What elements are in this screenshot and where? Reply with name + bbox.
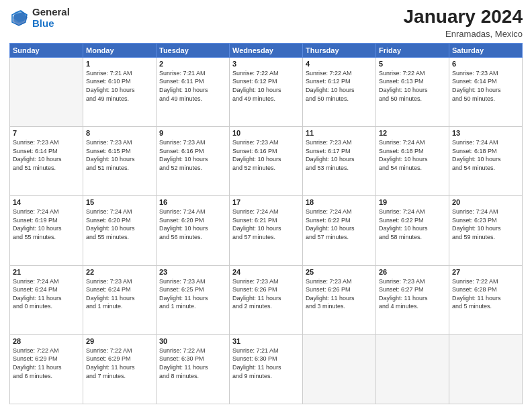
col-saturday: Saturday: [449, 43, 523, 57]
day-number: 18: [306, 198, 373, 206]
calendar-cell: 31Sunrise: 7:21 AM Sunset: 6:30 PM Dayli…: [230, 334, 303, 404]
day-number: 19: [379, 198, 446, 206]
day-info: Sunrise: 7:23 AM Sunset: 6:16 PM Dayligh…: [232, 138, 300, 172]
calendar-cell: 3Sunrise: 7:22 AM Sunset: 6:12 PM Daylig…: [230, 57, 303, 126]
calendar-cell: 30Sunrise: 7:22 AM Sunset: 6:30 PM Dayli…: [157, 334, 230, 404]
calendar-table: Sunday Monday Tuesday Wednesday Thursday…: [9, 43, 523, 404]
col-friday: Friday: [376, 43, 449, 57]
calendar-week-row-5: 28Sunrise: 7:22 AM Sunset: 6:29 PM Dayli…: [10, 334, 523, 404]
calendar-cell: 21Sunrise: 7:24 AM Sunset: 6:24 PM Dayli…: [10, 265, 83, 334]
day-number: 29: [86, 337, 153, 345]
day-info: Sunrise: 7:23 AM Sunset: 6:16 PM Dayligh…: [159, 138, 226, 172]
calendar-cell: 29Sunrise: 7:22 AM Sunset: 6:29 PM Dayli…: [83, 334, 157, 404]
day-number: 4: [306, 60, 373, 68]
day-info: Sunrise: 7:22 AM Sunset: 6:29 PM Dayligh…: [13, 347, 80, 380]
logo-general-text: General: [32, 7, 70, 18]
calendar-cell: 4Sunrise: 7:22 AM Sunset: 6:12 PM Daylig…: [303, 57, 376, 126]
calendar-week-row-4: 21Sunrise: 7:24 AM Sunset: 6:24 PM Dayli…: [10, 265, 523, 334]
day-number: 12: [379, 129, 446, 137]
calendar-cell: 22Sunrise: 7:23 AM Sunset: 6:24 PM Dayli…: [83, 265, 157, 334]
day-info: Sunrise: 7:21 AM Sunset: 6:11 PM Dayligh…: [159, 69, 226, 103]
day-number: 15: [86, 198, 153, 206]
day-info: Sunrise: 7:22 AM Sunset: 6:28 PM Dayligh…: [452, 277, 519, 311]
day-number: 23: [159, 268, 226, 276]
day-number: 30: [159, 337, 226, 345]
calendar-cell: 20Sunrise: 7:24 AM Sunset: 6:23 PM Dayli…: [449, 196, 523, 265]
day-info: Sunrise: 7:22 AM Sunset: 6:13 PM Dayligh…: [379, 69, 446, 103]
day-info: Sunrise: 7:24 AM Sunset: 6:22 PM Dayligh…: [306, 208, 373, 241]
title-block: January 2024 Enramadas, Mexico: [404, 7, 523, 39]
calendar-cell: 1Sunrise: 7:21 AM Sunset: 6:10 PM Daylig…: [83, 57, 157, 126]
day-number: 21: [13, 268, 80, 276]
col-tuesday: Tuesday: [157, 43, 230, 57]
calendar-cell: 11Sunrise: 7:23 AM Sunset: 6:17 PM Dayli…: [303, 127, 376, 196]
col-sunday: Sunday: [10, 43, 83, 57]
day-info: Sunrise: 7:24 AM Sunset: 6:18 PM Dayligh…: [379, 138, 446, 172]
day-info: Sunrise: 7:23 AM Sunset: 6:24 PM Dayligh…: [86, 277, 153, 311]
calendar-week-row-1: 1Sunrise: 7:21 AM Sunset: 6:10 PM Daylig…: [10, 57, 523, 126]
day-number: 11: [306, 129, 373, 137]
day-number: 8: [86, 129, 153, 137]
day-info: Sunrise: 7:22 AM Sunset: 6:12 PM Dayligh…: [232, 69, 300, 103]
day-number: 16: [159, 198, 226, 206]
day-number: 10: [232, 129, 300, 137]
location-subtitle: Enramadas, Mexico: [404, 29, 523, 39]
day-number: 25: [306, 268, 373, 276]
calendar-cell: [449, 334, 523, 404]
calendar-cell: 13Sunrise: 7:24 AM Sunset: 6:18 PM Dayli…: [449, 127, 523, 196]
calendar-cell: 28Sunrise: 7:22 AM Sunset: 6:29 PM Dayli…: [10, 334, 83, 404]
calendar-cell: 27Sunrise: 7:22 AM Sunset: 6:28 PM Dayli…: [449, 265, 523, 334]
day-number: 22: [86, 268, 153, 276]
logo-blue-text: Blue: [32, 18, 70, 30]
day-number: 7: [13, 129, 80, 137]
day-info: Sunrise: 7:22 AM Sunset: 6:30 PM Dayligh…: [159, 347, 226, 380]
day-info: Sunrise: 7:22 AM Sunset: 6:12 PM Dayligh…: [306, 69, 373, 103]
day-info: Sunrise: 7:24 AM Sunset: 6:19 PM Dayligh…: [13, 208, 80, 241]
day-number: 24: [232, 268, 300, 276]
calendar-cell: [10, 57, 83, 126]
day-info: Sunrise: 7:24 AM Sunset: 6:22 PM Dayligh…: [379, 208, 446, 241]
calendar-cell: 6Sunrise: 7:23 AM Sunset: 6:14 PM Daylig…: [449, 57, 523, 126]
calendar-cell: 16Sunrise: 7:24 AM Sunset: 6:20 PM Dayli…: [157, 196, 230, 265]
day-number: 26: [379, 268, 446, 276]
day-number: 20: [452, 198, 519, 206]
day-number: 2: [159, 60, 226, 68]
day-number: 31: [232, 337, 300, 345]
day-info: Sunrise: 7:21 AM Sunset: 6:10 PM Dayligh…: [86, 69, 153, 103]
day-info: Sunrise: 7:24 AM Sunset: 6:23 PM Dayligh…: [452, 208, 519, 241]
day-number: 28: [13, 337, 80, 345]
day-info: Sunrise: 7:23 AM Sunset: 6:14 PM Dayligh…: [452, 69, 519, 103]
calendar-cell: 18Sunrise: 7:24 AM Sunset: 6:22 PM Dayli…: [303, 196, 376, 265]
day-info: Sunrise: 7:21 AM Sunset: 6:30 PM Dayligh…: [232, 347, 300, 380]
calendar-cell: [303, 334, 376, 404]
calendar-week-row-2: 7Sunrise: 7:23 AM Sunset: 6:14 PM Daylig…: [10, 127, 523, 196]
calendar-cell: 10Sunrise: 7:23 AM Sunset: 6:16 PM Dayli…: [230, 127, 303, 196]
day-info: Sunrise: 7:23 AM Sunset: 6:17 PM Dayligh…: [306, 138, 373, 172]
calendar-cell: 23Sunrise: 7:23 AM Sunset: 6:25 PM Dayli…: [157, 265, 230, 334]
calendar-cell: 15Sunrise: 7:24 AM Sunset: 6:20 PM Dayli…: [83, 196, 157, 265]
day-info: Sunrise: 7:24 AM Sunset: 6:18 PM Dayligh…: [452, 138, 519, 172]
calendar-cell: 19Sunrise: 7:24 AM Sunset: 6:22 PM Dayli…: [376, 196, 449, 265]
day-info: Sunrise: 7:23 AM Sunset: 6:26 PM Dayligh…: [232, 277, 300, 311]
col-thursday: Thursday: [303, 43, 376, 57]
calendar-cell: 17Sunrise: 7:24 AM Sunset: 6:21 PM Dayli…: [230, 196, 303, 265]
calendar-cell: 14Sunrise: 7:24 AM Sunset: 6:19 PM Dayli…: [10, 196, 83, 265]
day-number: 27: [452, 268, 519, 276]
day-number: 9: [159, 129, 226, 137]
col-wednesday: Wednesday: [230, 43, 303, 57]
day-number: 17: [232, 198, 300, 206]
calendar-header-row: Sunday Monday Tuesday Wednesday Thursday…: [10, 43, 523, 57]
logo-text: General Blue: [32, 7, 70, 29]
calendar-cell: 9Sunrise: 7:23 AM Sunset: 6:16 PM Daylig…: [157, 127, 230, 196]
day-number: 5: [379, 60, 446, 68]
day-info: Sunrise: 7:22 AM Sunset: 6:29 PM Dayligh…: [86, 347, 153, 380]
calendar-cell: 5Sunrise: 7:22 AM Sunset: 6:13 PM Daylig…: [376, 57, 449, 126]
logo: General Blue: [9, 7, 70, 29]
calendar-cell: 8Sunrise: 7:23 AM Sunset: 6:15 PM Daylig…: [83, 127, 157, 196]
col-monday: Monday: [83, 43, 157, 57]
calendar-cell: 2Sunrise: 7:21 AM Sunset: 6:11 PM Daylig…: [157, 57, 230, 126]
calendar-cell: 12Sunrise: 7:24 AM Sunset: 6:18 PM Dayli…: [376, 127, 449, 196]
page: General Blue January 2024 Enramadas, Mex…: [0, 0, 532, 411]
day-info: Sunrise: 7:23 AM Sunset: 6:14 PM Dayligh…: [13, 138, 80, 172]
day-info: Sunrise: 7:24 AM Sunset: 6:21 PM Dayligh…: [232, 208, 300, 241]
